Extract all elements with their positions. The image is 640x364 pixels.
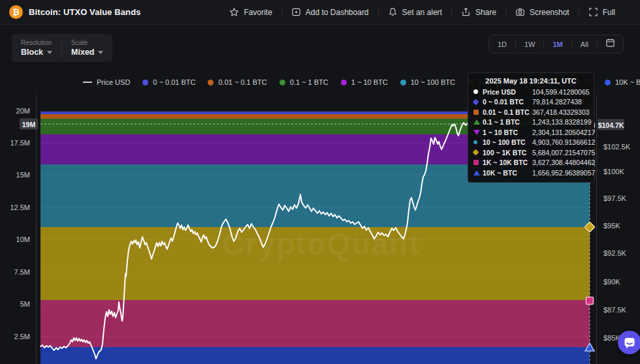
legend-label: 0.01 ~ 0.1 BTC (218, 78, 266, 86)
chat-widget-button[interactable] (618, 331, 640, 354)
scale-label: Scale (71, 39, 103, 46)
left-axis-tick: 7.5M (0, 268, 30, 276)
right-axis-tick: $87.5K (603, 306, 626, 314)
crosshair-tooltip: 2025 May 18 19:24:11, UTC Price USD104,5… (468, 72, 594, 183)
right-axis-current-price: $104.7K (598, 119, 624, 130)
legend-label: Price USD (97, 78, 130, 86)
bitcoin-icon: ₿ (9, 5, 23, 19)
add-to-dashboard-button[interactable]: Add to Dashboard (282, 7, 378, 17)
range-button-1w[interactable]: 1W (516, 35, 544, 53)
chevron-down-icon (98, 51, 103, 54)
legend-label: 0.1 ~ 1 BTC (290, 78, 328, 86)
tooltip-label: 10 ~ 100 BTC (483, 138, 532, 146)
calendar-button[interactable] (598, 38, 623, 50)
action-label: Share (475, 8, 496, 17)
scale-control: Scale Mixed (71, 39, 103, 57)
tooltip-label: 0 ~ 0.01 BTC (483, 98, 532, 106)
tooltip-marker-diamond (473, 99, 479, 105)
tooltip-row: 1 ~ 10 BTC2,304,131.20504217 (473, 127, 588, 138)
camera-icon (515, 7, 525, 17)
legend-item[interactable]: Price USD (83, 78, 130, 86)
tooltip-row: 0 ~ 0.01 BTC79,814.2827438 (473, 97, 588, 108)
series-dot-swatch (280, 80, 285, 85)
tooltip-marker-tri-down (473, 130, 480, 135)
tooltip-value: 104,599.41280065 (532, 88, 590, 96)
edge-marker-square (586, 297, 594, 305)
tooltip-label: Price USD (483, 88, 532, 96)
star-icon (229, 7, 239, 17)
tooltip-marker-diamond (473, 149, 479, 156)
share-icon (461, 7, 471, 17)
resolution-label: Resolution (21, 39, 52, 46)
bell-icon (388, 7, 398, 17)
right-axis-tick: $90K (603, 278, 620, 286)
divider (61, 40, 62, 57)
right-axis-tick: $97.5K (603, 194, 626, 202)
dashboard-add-icon (291, 7, 301, 17)
left-axis-tick: 17.5M (0, 139, 30, 147)
legend-item[interactable]: 0.01 ~ 0.1 BTC (208, 78, 266, 86)
tooltip-label: 10K ~ BTC (483, 169, 532, 177)
left-axis-current-value: 19M (20, 119, 38, 130)
tooltip-value: 367,418.43329303 (532, 108, 590, 116)
legend-item[interactable]: 10 ~ 100 BTC (400, 78, 455, 86)
action-label: Set an alert (402, 8, 442, 17)
series-dot-swatch (341, 80, 347, 85)
action-label: Add to Dashboard (306, 8, 369, 17)
tooltip-marker-circle-sm (473, 140, 477, 144)
tooltip-value: 1,656,952.96389057 (532, 169, 595, 177)
scale-select[interactable]: Mixed (71, 48, 103, 57)
tooltip-value: 79,814.2827438 (532, 98, 588, 106)
tooltip-label: 0.01 ~ 0.1 BTC (483, 108, 532, 116)
tooltip-value: 5,684,007.21547075 (532, 149, 595, 157)
tooltip-timestamp: 2025 May 18 19:24:11, UTC (473, 77, 588, 85)
full-button[interactable]: Full (579, 7, 624, 17)
legend-label: 1 ~ 10 BTC (351, 78, 388, 86)
tooltip-marker-square (473, 110, 479, 115)
tooltip-row: 1K ~ 10K BTC3,627,308.44804462 (473, 158, 588, 168)
legend-label: 10K ~ BTC (615, 78, 640, 86)
chat-icon (623, 336, 636, 349)
tooltip-row: 100 ~ 1K BTC5,684,007.21547075 (473, 147, 588, 158)
range-button-all[interactable]: All (572, 35, 597, 53)
tooltip-label: 1K ~ 10K BTC (483, 159, 532, 166)
legend-item[interactable]: 0.1 ~ 1 BTC (280, 78, 328, 86)
left-axis-tick: 2.5M (0, 333, 30, 341)
tooltip-row: 10K ~ BTC1,656,952.96389057 (473, 168, 588, 178)
legend-label: 10 ~ 100 BTC (411, 78, 455, 86)
tooltip-marker-square (473, 160, 479, 165)
set-an-alert-button[interactable]: Set an alert (379, 7, 451, 17)
left-axis-tick: 12.5M (0, 204, 30, 211)
legend-item[interactable]: 10K ~ BTC (605, 78, 640, 86)
chart-settings: Resolution Block Scale Mixed (12, 34, 112, 62)
resolution-select[interactable]: Block (21, 48, 52, 57)
series-dot-swatch (142, 80, 148, 85)
share-button[interactable]: Share (452, 7, 505, 17)
left-axis-tick: 10M (0, 235, 30, 243)
legend-item[interactable]: 0 ~ 0.01 BTC (142, 78, 195, 86)
tooltip-value: 4,903,760.91366612 (532, 138, 595, 146)
right-axis-tick: $95K (603, 222, 620, 230)
fullscreen-icon (588, 7, 598, 17)
legend-item[interactable]: 1 ~ 10 BTC (341, 78, 388, 86)
favorite-button[interactable]: Favorite (220, 7, 281, 17)
band-10k-btc (40, 347, 590, 364)
brand: ₿ Bitcoin: UTXO Value Bands (0, 5, 141, 19)
chevron-down-icon (47, 51, 52, 54)
tooltip-label: 1 ~ 10 BTC (483, 129, 532, 136)
time-range-selector: 1D1W1MAll (488, 35, 624, 53)
price-line-swatch (83, 82, 92, 83)
screenshot-button[interactable]: Screenshot (506, 7, 579, 17)
range-button-1d[interactable]: 1D (489, 35, 515, 53)
header-actions: FavoriteAdd to DashboardSet an alertShar… (220, 7, 640, 18)
tooltip-value: 3,627,308.44804462 (532, 159, 595, 166)
range-button-1m[interactable]: 1M (544, 35, 571, 53)
action-label: Favorite (244, 8, 272, 17)
tooltip-row: Price USD104,599.41280065 (473, 87, 588, 97)
tooltip-label: 100 ~ 1K BTC (483, 149, 532, 157)
tooltip-marker-tri-up (473, 170, 480, 175)
series-dot-swatch (605, 80, 611, 85)
action-label: Screenshot (530, 8, 569, 17)
tooltip-marker-tri-up (473, 119, 480, 125)
right-axis-tick: $92.5K (603, 249, 626, 257)
